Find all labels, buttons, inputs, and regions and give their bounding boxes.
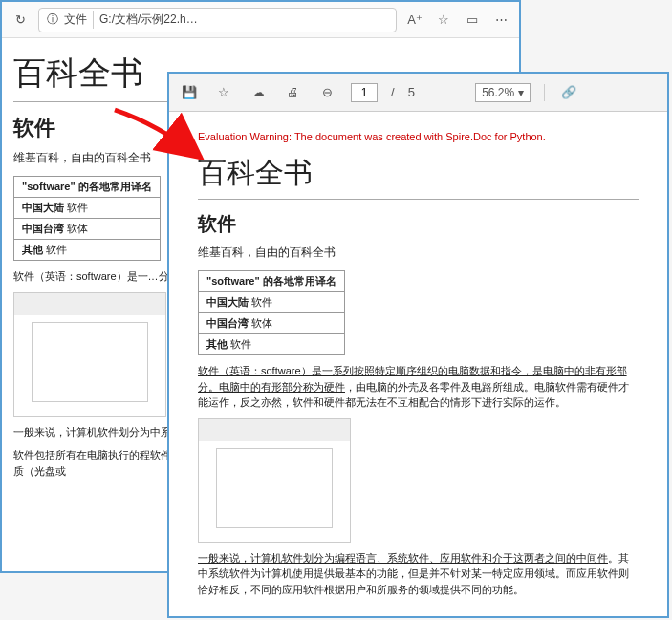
document-thumbnail	[198, 418, 351, 543]
favorite-icon[interactable]: ☆	[213, 82, 234, 103]
url-bar[interactable]: ⓘ 文件 G:/文档/示例22.h…	[38, 8, 397, 32]
link-icon[interactable]: 🔗	[558, 82, 579, 103]
favorite-icon[interactable]: ☆	[433, 10, 454, 31]
url-prefix: 文件	[64, 11, 87, 28]
translations-table: "software" 的各地常用译名 中国大陆 软件 中国台湾 软体 其他 软件	[198, 270, 345, 355]
reading-mode-icon[interactable]: A⁺	[404, 10, 425, 31]
table-row: 其他 软件	[199, 334, 345, 355]
zoom-out-icon[interactable]: ⊖	[316, 82, 337, 103]
table-header: "software" 的各地常用译名	[199, 271, 345, 292]
page-title: 百科全书	[198, 154, 639, 200]
table-row: 中国台湾 软体	[199, 313, 345, 334]
table-row: 中国台湾 软体	[14, 219, 161, 240]
document-thumbnail	[13, 292, 166, 417]
page-total: 5	[408, 85, 415, 99]
translations-table: "software" 的各地常用译名 中国大陆 软件 中国台湾 软体 其他 软件	[13, 176, 161, 261]
url-text: G:/文档/示例22.h…	[99, 11, 198, 28]
subtitle: 维基百科，自由的百科全书	[198, 245, 639, 261]
table-row: 中国大陆 软件	[14, 198, 161, 219]
info-icon: ⓘ	[47, 11, 58, 28]
table-header: "software" 的各地常用译名	[14, 177, 161, 198]
paragraph: 一般来说，计算机软件划分为编程语言、系统软件、应用软件和介于这两者之间的中间件。…	[198, 550, 639, 598]
cloud-upload-icon[interactable]: ☁	[248, 82, 269, 103]
save-icon[interactable]: 💾	[179, 82, 200, 103]
separator	[93, 11, 94, 29]
separator	[544, 84, 545, 101]
evaluation-warning: Evaluation Warning: The document was cre…	[198, 131, 639, 142]
section-heading: 软件	[198, 211, 639, 237]
print-icon[interactable]: 🖨	[282, 82, 303, 103]
page-input[interactable]	[351, 83, 378, 102]
table-row: 中国大陆 软件	[199, 292, 345, 313]
browser-toolbar: ↻ ⓘ 文件 G:/文档/示例22.h… A⁺ ☆ ▭ ⋯	[2, 2, 519, 38]
collections-icon[interactable]: ▭	[462, 10, 483, 31]
more-icon[interactable]: ⋯	[490, 10, 511, 31]
table-row: 其他 软件	[14, 240, 161, 261]
zoom-select[interactable]: 56.2% ▾	[475, 83, 530, 102]
page-separator: /	[391, 85, 395, 99]
pdf-toolbar: 💾 ☆ ☁ 🖨 ⊖ / 5 56.2% ▾ 🔗	[169, 74, 667, 112]
paragraph: 软件（英语：software）是一系列按照特定顺序组织的电脑数据和指令，是电脑中…	[198, 363, 639, 411]
pdf-page: Evaluation Warning: The document was cre…	[169, 112, 667, 618]
refresh-icon[interactable]: ↻	[10, 10, 31, 31]
